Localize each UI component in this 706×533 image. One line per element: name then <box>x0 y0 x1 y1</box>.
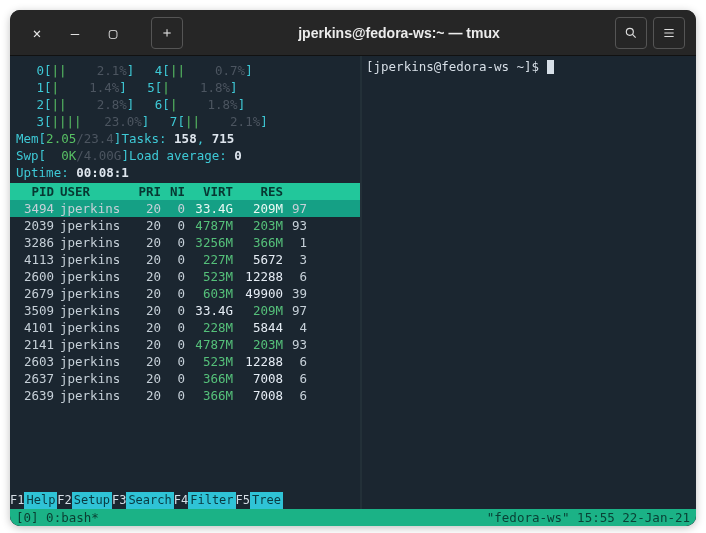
terminal-body[interactable]: 0[|| 2.1%] 4[|| 0.7%]1[| 1.4%] 5[| 1.8%]… <box>10 56 696 526</box>
terminal-window: ✕ – ▢ ＋ jperkins@fedora-ws:~ — tmux 0[||… <box>10 10 696 526</box>
col-ni: NI <box>161 183 185 200</box>
shell-prompt: [jperkins@fedora-ws ~]$ <box>366 59 547 74</box>
close-icon[interactable]: ✕ <box>21 17 53 49</box>
minimize-icon[interactable]: – <box>59 17 91 49</box>
col-res: RES <box>233 183 283 200</box>
table-row[interactable]: 2637 jperkins 20 0 366M 7008 6 <box>10 370 360 387</box>
titlebar: ✕ – ▢ ＋ jperkins@fedora-ws:~ — tmux <box>10 10 696 56</box>
fkey-search[interactable]: F3 <box>112 492 126 509</box>
table-row[interactable]: 4113 jperkins 20 0 227M 5672 3 <box>10 251 360 268</box>
table-row[interactable]: 4101 jperkins 20 0 228M 5844 4 <box>10 319 360 336</box>
table-row[interactable]: 2679 jperkins 20 0 603M 49900 39 <box>10 285 360 302</box>
maximize-icon[interactable]: ▢ <box>97 17 129 49</box>
fkey-help[interactable]: F1 <box>10 492 24 509</box>
table-row[interactable]: 2603 jperkins 20 0 523M 12288 6 <box>10 353 360 370</box>
search-icon[interactable] <box>615 17 647 49</box>
process-table-rows: 3494 jperkins 20 0 33.4G 209M 97 2039 jp… <box>10 200 360 404</box>
col-user: USER <box>56 183 128 200</box>
table-row[interactable]: 2141 jperkins 20 0 4787M 203M 93 <box>10 336 360 353</box>
tmux-status-right: "fedora-ws" 15:55 22-Jan-21 <box>487 509 690 526</box>
fkey-tree[interactable]: F5 <box>236 492 250 509</box>
process-table-header: PID USER PRI NI VIRT RES <box>10 183 360 200</box>
col-pri: PRI <box>128 183 161 200</box>
cursor <box>547 60 554 74</box>
fkey-setup[interactable]: F2 <box>57 492 71 509</box>
table-row[interactable]: 2039 jperkins 20 0 4787M 203M 93 <box>10 217 360 234</box>
table-row[interactable]: 3494 jperkins 20 0 33.4G 209M 97 <box>10 200 360 217</box>
table-row[interactable]: 2639 jperkins 20 0 366M 7008 6 <box>10 387 360 404</box>
table-row[interactable]: 3509 jperkins 20 0 33.4G 209M 97 <box>10 302 360 319</box>
tmux-pane-left[interactable]: 0[|| 2.1%] 4[|| 0.7%]1[| 1.4%] 5[| 1.8%]… <box>10 56 360 526</box>
table-row[interactable]: 3286 jperkins 20 0 3256M 366M 1 <box>10 234 360 251</box>
htop-meters: 0[|| 2.1%] 4[|| 0.7%]1[| 1.4%] 5[| 1.8%]… <box>10 56 360 183</box>
htop-function-keys: F1Help F2Setup F3Search F4Filter F5Tree <box>10 492 360 509</box>
window-title: jperkins@fedora-ws:~ — tmux <box>186 25 612 41</box>
col-pid: PID <box>10 183 56 200</box>
svg-point-0 <box>626 28 633 35</box>
table-row[interactable]: 2600 jperkins 20 0 523M 12288 6 <box>10 268 360 285</box>
tmux-status-bar: [0] 0:bash* "fedora-ws" 15:55 22-Jan-21 <box>10 509 696 526</box>
col-extra <box>283 183 307 200</box>
menu-icon[interactable] <box>653 17 685 49</box>
tmux-pane-right[interactable]: [jperkins@fedora-ws ~]$ <box>360 56 696 526</box>
col-virt: VIRT <box>185 183 233 200</box>
new-tab-icon[interactable]: ＋ <box>151 17 183 49</box>
svg-line-1 <box>632 34 635 37</box>
tmux-status-left: [0] 0:bash* <box>16 509 99 526</box>
fkey-filter[interactable]: F4 <box>174 492 188 509</box>
